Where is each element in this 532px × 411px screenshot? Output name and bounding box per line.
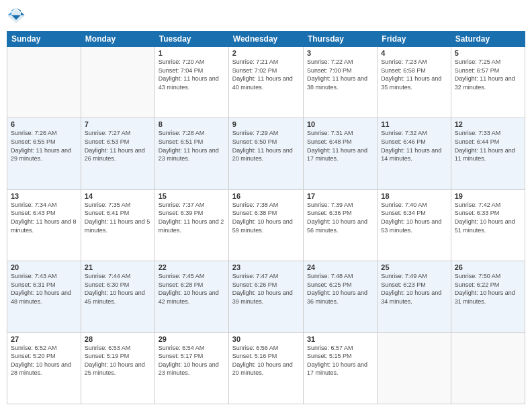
calendar-cell: 26Sunrise: 7:50 AMSunset: 6:22 PMDayligh… [451,261,525,332]
day-info: Sunrise: 7:22 AMSunset: 7:00 PMDaylight:… [307,58,373,91]
day-number: 4 [381,49,447,57]
day-number: 11 [381,120,447,128]
weekday-header: Sunday [7,32,81,47]
day-info: Sunrise: 7:49 AMSunset: 6:23 PMDaylight:… [381,272,447,306]
calendar-cell: 31Sunrise: 6:57 AMSunset: 5:15 PMDayligh… [303,332,377,404]
calendar-table: SundayMondayTuesdayWednesdayThursdayFrid… [7,31,525,404]
calendar-cell: 27Sunrise: 6:52 AMSunset: 5:20 PMDayligh… [7,332,81,404]
day-number: 1 [159,49,225,57]
weekday-header: Monday [81,32,154,47]
day-number: 25 [381,263,447,271]
day-info: Sunrise: 7:48 AMSunset: 6:25 PMDaylight:… [307,272,373,306]
page-header [7,7,525,26]
calendar-cell: 18Sunrise: 7:40 AMSunset: 6:34 PMDayligh… [378,189,451,261]
calendar-cell: 16Sunrise: 7:38 AMSunset: 6:38 PMDayligh… [228,189,303,261]
day-info: Sunrise: 6:54 AMSunset: 5:17 PMDaylight:… [159,344,225,377]
calendar-cell: 28Sunrise: 6:53 AMSunset: 5:19 PMDayligh… [81,332,154,404]
day-number: 8 [159,120,225,128]
day-number: 2 [232,49,300,57]
calendar-week-row: 1Sunrise: 7:20 AMSunset: 7:04 PMDaylight… [7,47,525,118]
day-info: Sunrise: 7:44 AMSunset: 6:30 PMDaylight:… [85,272,151,306]
day-number: 16 [232,192,300,200]
day-number: 29 [159,335,225,343]
day-number: 6 [11,120,77,128]
calendar-week-row: 6Sunrise: 7:26 AMSunset: 6:55 PMDaylight… [7,118,525,189]
weekday-header: Tuesday [154,32,228,47]
calendar-week-row: 27Sunrise: 6:52 AMSunset: 5:20 PMDayligh… [7,332,525,404]
day-info: Sunrise: 6:53 AMSunset: 5:19 PMDaylight:… [85,344,151,377]
day-number: 27 [11,335,77,343]
day-number: 30 [232,335,300,343]
day-number: 22 [159,263,225,271]
day-info: Sunrise: 7:32 AMSunset: 6:46 PMDaylight:… [381,129,447,163]
day-info: Sunrise: 7:42 AMSunset: 6:33 PMDaylight:… [455,201,521,234]
day-info: Sunrise: 7:40 AMSunset: 6:34 PMDaylight:… [381,201,447,234]
calendar-cell: 14Sunrise: 7:35 AMSunset: 6:41 PMDayligh… [81,189,154,261]
day-info: Sunrise: 7:28 AMSunset: 6:51 PMDaylight:… [159,129,225,163]
day-number: 9 [232,120,300,128]
calendar-cell: 8Sunrise: 7:28 AMSunset: 6:51 PMDaylight… [154,118,228,189]
day-info: Sunrise: 7:35 AMSunset: 6:41 PMDaylight:… [85,201,151,234]
day-number: 24 [307,263,373,271]
day-number: 7 [85,120,151,128]
calendar-cell: 4Sunrise: 7:23 AMSunset: 6:58 PMDaylight… [378,47,451,118]
logo-icon [7,7,26,26]
day-info: Sunrise: 7:26 AMSunset: 6:55 PMDaylight:… [11,129,77,163]
day-number: 3 [307,49,373,57]
day-number: 14 [85,192,151,200]
calendar-cell: 1Sunrise: 7:20 AMSunset: 7:04 PMDaylight… [154,47,228,118]
calendar-cell: 10Sunrise: 7:31 AMSunset: 6:48 PMDayligh… [303,118,377,189]
calendar-week-row: 13Sunrise: 7:34 AMSunset: 6:43 PMDayligh… [7,189,525,261]
calendar-cell: 19Sunrise: 7:42 AMSunset: 6:33 PMDayligh… [451,189,525,261]
day-info: Sunrise: 7:25 AMSunset: 6:57 PMDaylight:… [455,58,521,91]
calendar-cell: 11Sunrise: 7:32 AMSunset: 6:46 PMDayligh… [378,118,451,189]
day-number: 21 [85,263,151,271]
day-info: Sunrise: 7:27 AMSunset: 6:53 PMDaylight:… [85,129,151,163]
calendar-cell: 15Sunrise: 7:37 AMSunset: 6:39 PMDayligh… [154,189,228,261]
calendar-cell: 13Sunrise: 7:34 AMSunset: 6:43 PMDayligh… [7,189,81,261]
day-info: Sunrise: 7:45 AMSunset: 6:28 PMDaylight:… [159,272,225,306]
calendar-cell: 3Sunrise: 7:22 AMSunset: 7:00 PMDaylight… [303,47,377,118]
day-info: Sunrise: 7:33 AMSunset: 6:44 PMDaylight:… [455,129,521,163]
calendar-cell: 23Sunrise: 7:47 AMSunset: 6:26 PMDayligh… [228,261,303,332]
day-info: Sunrise: 7:47 AMSunset: 6:26 PMDaylight:… [232,272,300,306]
weekday-header: Wednesday [228,32,303,47]
weekday-header: Saturday [451,32,525,47]
calendar-cell: 30Sunrise: 6:56 AMSunset: 5:16 PMDayligh… [228,332,303,404]
day-number: 31 [307,335,373,343]
day-info: Sunrise: 7:20 AMSunset: 7:04 PMDaylight:… [159,58,225,91]
day-number: 10 [307,120,373,128]
day-info: Sunrise: 7:34 AMSunset: 6:43 PMDaylight:… [11,201,77,234]
calendar-cell: 2Sunrise: 7:21 AMSunset: 7:02 PMDaylight… [228,47,303,118]
day-number: 20 [11,263,77,271]
day-number: 12 [455,120,521,128]
calendar-cell [451,332,525,404]
day-info: Sunrise: 7:39 AMSunset: 6:36 PMDaylight:… [307,201,373,234]
weekday-header: Friday [378,32,451,47]
day-info: Sunrise: 7:43 AMSunset: 6:31 PMDaylight:… [11,272,77,306]
calendar-cell: 5Sunrise: 7:25 AMSunset: 6:57 PMDaylight… [451,47,525,118]
day-info: Sunrise: 7:23 AMSunset: 6:58 PMDaylight:… [381,58,447,91]
day-info: Sunrise: 7:38 AMSunset: 6:38 PMDaylight:… [232,201,300,234]
calendar-cell: 24Sunrise: 7:48 AMSunset: 6:25 PMDayligh… [303,261,377,332]
calendar-cell [81,47,154,118]
calendar-header-row: SundayMondayTuesdayWednesdayThursdayFrid… [7,32,525,47]
calendar-cell: 6Sunrise: 7:26 AMSunset: 6:55 PMDaylight… [7,118,81,189]
day-number: 17 [307,192,373,200]
calendar-cell: 7Sunrise: 7:27 AMSunset: 6:53 PMDaylight… [81,118,154,189]
calendar-cell: 17Sunrise: 7:39 AMSunset: 6:36 PMDayligh… [303,189,377,261]
day-number: 13 [11,192,77,200]
day-info: Sunrise: 7:50 AMSunset: 6:22 PMDaylight:… [455,272,521,306]
day-info: Sunrise: 7:37 AMSunset: 6:39 PMDaylight:… [159,201,225,234]
day-info: Sunrise: 6:56 AMSunset: 5:16 PMDaylight:… [232,344,300,377]
calendar-cell [378,332,451,404]
day-number: 5 [455,49,521,57]
day-number: 28 [85,335,151,343]
calendar-cell: 29Sunrise: 6:54 AMSunset: 5:17 PMDayligh… [154,332,228,404]
calendar-cell: 12Sunrise: 7:33 AMSunset: 6:44 PMDayligh… [451,118,525,189]
calendar-cell: 25Sunrise: 7:49 AMSunset: 6:23 PMDayligh… [378,261,451,332]
day-number: 18 [381,192,447,200]
day-number: 26 [455,263,521,271]
calendar-week-row: 20Sunrise: 7:43 AMSunset: 6:31 PMDayligh… [7,261,525,332]
day-info: Sunrise: 7:31 AMSunset: 6:48 PMDaylight:… [307,129,373,163]
